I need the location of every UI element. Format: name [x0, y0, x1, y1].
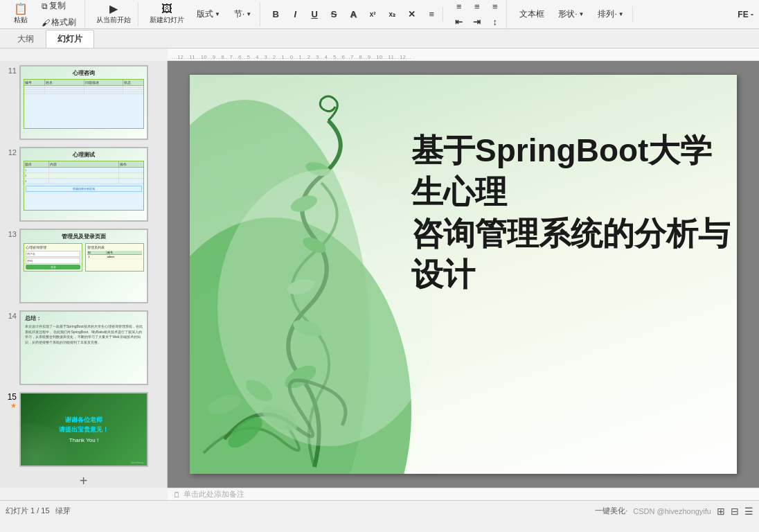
copy-icon: ⧉: [42, 1, 48, 11]
indent-less-button[interactable]: ⇤: [450, 15, 467, 29]
slide-num-14: 14: [4, 312, 17, 320]
slide-num-11: 11: [4, 66, 17, 75]
slide-num-15: 15: [8, 392, 17, 402]
text-format-group: B I U S A x² x₂ ✕ ≡: [265, 7, 443, 21]
slide-15-star: ★: [10, 402, 17, 409]
shadow-button[interactable]: A: [345, 7, 361, 21]
clear-format-button[interactable]: ✕: [403, 7, 420, 21]
slide-item-14[interactable]: 14 总结： 本文设计并实现了一款基于SpringBoot技术的大学生心理咨询管…: [3, 309, 164, 387]
svg-point-12: [217, 169, 432, 446]
slide-15-main-text: 谢谢各位老师请提出宝贵意见！: [59, 416, 109, 434]
new-slide-button[interactable]: 🖼 新建幻灯片: [145, 2, 188, 26]
tab-slides[interactable]: 幻灯片: [46, 30, 94, 48]
superscript-button[interactable]: x²: [364, 8, 381, 20]
new-slide-icon: 🖼: [161, 3, 172, 15]
beautify-button[interactable]: 一键美化·: [595, 506, 627, 516]
slide-thumb-11[interactable]: 心理咨询 编号 姓名 问题描述 状态: [19, 65, 148, 140]
bottom-right: 一键美化· CSDN @hivezhongyifu ⊞ ⊟ ☰: [595, 506, 753, 517]
add-slide-button[interactable]: +: [75, 472, 92, 488]
slide-item-12[interactable]: 12 心理测试 题目 内容 操作 1: [3, 145, 164, 223]
view-normal-icon[interactable]: ⊞: [717, 506, 725, 517]
slide-15-subtitle: Thank You !: [59, 437, 109, 443]
section-button[interactable]: 节· ▼: [229, 6, 257, 22]
align-right-button[interactable]: ≡: [486, 0, 503, 14]
play-icon: ▶: [109, 3, 118, 15]
line-spacing-button[interactable]: ↕: [486, 15, 503, 29]
slide-thumb-12[interactable]: 心理测试 题目 内容 操作 1 2: [19, 147, 148, 222]
slide-item-11[interactable]: 11 心理咨询 编号 姓名 问题描述 状态: [3, 64, 164, 141]
ruler-marks: …12…11…10…9…8…7…6…5…4…3…2…1…0…1…2…3…4…5……: [168, 48, 759, 60]
notes-icon: 🗒: [173, 490, 181, 499]
slide-main-title: 基于SpringBoot大学生心理 咨询管理系统的分析与设计: [411, 130, 737, 296]
fe-area: FE -: [738, 10, 753, 19]
slide-thumb-15[interactable]: 谢谢各位老师请提出宝贵意见！ Thank You ! hivezhong...: [19, 392, 148, 467]
shape-dropdown-arrow: ▼: [579, 11, 584, 17]
view-tab-bar: 大纲 幻灯片: [0, 29, 759, 48]
insert-group: 🖼 新建幻灯片 版式 ▼ 节· ▼: [143, 2, 260, 26]
slide-num-12: 12: [4, 148, 17, 157]
main-toolbar: 📋 粘贴 ⧉ 复制 🖌 格式刷 ▶ 从当前开始 🖼 新建幻灯片 版式 ▼: [0, 0, 759, 29]
shape-button[interactable]: 形状· ▼: [553, 6, 589, 22]
slide-count-info: 幻灯片 1 / 15: [6, 506, 50, 516]
slide-num-13: 13: [4, 230, 17, 238]
insert-shape-group: 文本框 形状· ▼ 排列· ▼: [511, 6, 633, 22]
view-slide-icon[interactable]: ⊟: [731, 506, 739, 517]
format-brush-button[interactable]: 🖌 格式刷: [36, 15, 82, 30]
main-slide-canvas: 基于SpringBoot大学生心理 咨询管理系统的分析与设计: [190, 75, 737, 474]
clipboard-group: 📋 粘贴 ⧉ 复制 🖌 格式刷: [6, 0, 85, 30]
slide-15-watermark: hivezhong...: [130, 461, 145, 464]
brush-icon: 🖌: [42, 18, 50, 28]
paste-icon: 📋: [14, 3, 28, 15]
start-slideshow-button[interactable]: ▶ 从当前开始: [92, 2, 135, 26]
section-dropdown-arrow: ▼: [246, 11, 251, 17]
alignment-group: ≡ ≡ ≡ ⇤ ⇥ ↕: [447, 0, 507, 29]
strikethrough-button[interactable]: S: [325, 7, 342, 21]
arrange-button[interactable]: 排列· ▼: [592, 6, 629, 22]
notes-area[interactable]: 🗒 单击此处添加备注: [168, 488, 759, 500]
slide-item-15[interactable]: 15 ★ 谢谢各位老师请提出宝贵意见！ Thank You ! hivezhon…: [3, 391, 164, 468]
watermark-label: CSDN @hivezhongyifu: [633, 507, 711, 515]
theme-label: 绿芽: [55, 506, 71, 516]
italic-button[interactable]: I: [287, 7, 303, 21]
slide-13-title: 管理员及登录页面: [21, 230, 147, 242]
subscript-button[interactable]: x₂: [384, 8, 400, 20]
arrange-dropdown-arrow: ▼: [618, 11, 624, 17]
layout-dropdown-arrow: ▼: [215, 11, 220, 17]
slideshow-group: ▶ 从当前开始: [89, 2, 139, 26]
slide-12-title: 心理测试: [21, 148, 147, 160]
plus-icon: +: [80, 473, 88, 488]
ruler: …12…11…10…9…8…7…6…5…4…3…2…1…0…1…2…3…4…5……: [168, 48, 759, 61]
symbol-insert-button[interactable]: ≡: [423, 7, 440, 21]
underline-button[interactable]: U: [306, 7, 323, 21]
bold-button[interactable]: B: [267, 7, 284, 21]
add-slide-area: +: [3, 472, 164, 488]
copy-button[interactable]: ⧉ 复制: [36, 0, 82, 14]
slide-num-15-container: 15 ★: [4, 392, 17, 409]
align-left-button[interactable]: ≡: [450, 0, 467, 14]
main-area: 11 心理咨询 编号 姓名 问题描述 状态: [0, 61, 759, 488]
slide-11-title: 心理咨询: [21, 66, 147, 78]
canvas-area: 基于SpringBoot大学生心理 咨询管理系统的分析与设计: [168, 61, 759, 488]
textbox-button[interactable]: 文本框: [514, 6, 550, 22]
slide-item-13[interactable]: 13 管理员及登录页面 心理咨询管理 用户名 密码 登录 管理员列表: [3, 227, 164, 305]
align-center-button[interactable]: ≡: [468, 0, 485, 14]
fe-label: FE -: [738, 10, 753, 19]
bottom-left: 幻灯片 1 / 15 绿芽: [6, 506, 71, 516]
slide-decoration-svg: [190, 75, 432, 474]
view-reader-icon[interactable]: ☰: [744, 506, 753, 517]
indent-more-button[interactable]: ⇥: [468, 15, 485, 29]
slide-panel[interactable]: 11 心理咨询 编号 姓名 问题描述 状态: [0, 61, 168, 488]
bottom-bar: 幻灯片 1 / 15 绿芽 一键美化· CSDN @hivezhongyifu …: [0, 500, 759, 521]
paste-button[interactable]: 📋 粘贴: [8, 2, 33, 26]
tab-outline[interactable]: 大纲: [6, 30, 46, 48]
slide-thumb-13[interactable]: 管理员及登录页面 心理咨询管理 用户名 密码 登录 管理员列表 ID: [19, 229, 148, 303]
notes-placeholder: 单击此处添加备注: [184, 489, 244, 499]
paste-label: 粘贴: [14, 15, 28, 25]
layout-button[interactable]: 版式 ▼: [191, 6, 226, 22]
slide-thumb-14[interactable]: 总结： 本文设计并实现了一款基于SpringBoot技术的大学生心理咨询管理系统…: [19, 310, 148, 385]
